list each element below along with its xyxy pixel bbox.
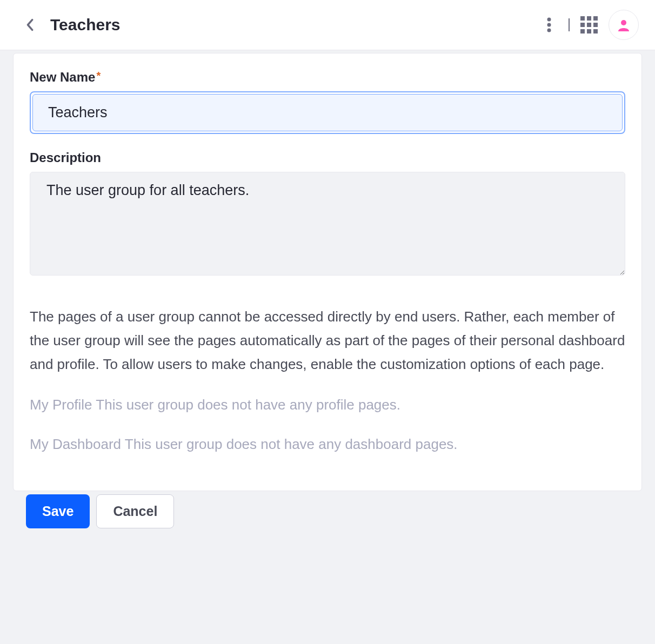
save-button[interactable]: Save <box>26 494 90 528</box>
svg-point-2 <box>547 29 551 32</box>
name-label: New Name* <box>30 70 625 85</box>
svg-point-1 <box>547 23 551 27</box>
content-wrapper: New Name* Description The user group for… <box>0 50 655 528</box>
description-field-group: Description The user group for all teach… <box>30 150 625 278</box>
description-textarea[interactable]: The user group for all teachers. <box>30 172 625 276</box>
page-title: Teachers <box>50 16 121 34</box>
vertical-dots-icon <box>547 17 551 32</box>
user-avatar[interactable] <box>609 10 639 40</box>
form-card: New Name* Description The user group for… <box>13 53 642 491</box>
apps-grid-icon <box>580 16 598 33</box>
svg-point-0 <box>547 18 551 22</box>
dashboard-empty-message: My Dashboard This user group does not ha… <box>30 433 625 456</box>
user-icon <box>617 18 630 31</box>
profile-empty-message: My Profile This user group does not have… <box>30 394 625 417</box>
back-button[interactable] <box>24 17 35 32</box>
name-input-focus-ring <box>30 91 625 134</box>
header-divider <box>569 18 570 31</box>
name-field-group: New Name* <box>30 70 625 134</box>
header-right <box>539 10 639 40</box>
apps-grid-button[interactable] <box>579 15 599 35</box>
cancel-button[interactable]: Cancel <box>96 494 174 528</box>
page-header: Teachers <box>0 0 655 50</box>
name-input[interactable] <box>32 94 623 131</box>
name-label-text: New Name <box>30 70 95 84</box>
info-paragraph: The pages of a user group cannot be acce… <box>30 305 625 377</box>
chevron-left-icon <box>26 18 34 31</box>
more-options-button[interactable] <box>539 15 559 35</box>
footer-actions: Save Cancel <box>13 491 642 528</box>
svg-point-3 <box>621 20 626 25</box>
required-asterisk: * <box>96 70 101 82</box>
header-left: Teachers <box>24 16 121 34</box>
description-label: Description <box>30 150 625 165</box>
